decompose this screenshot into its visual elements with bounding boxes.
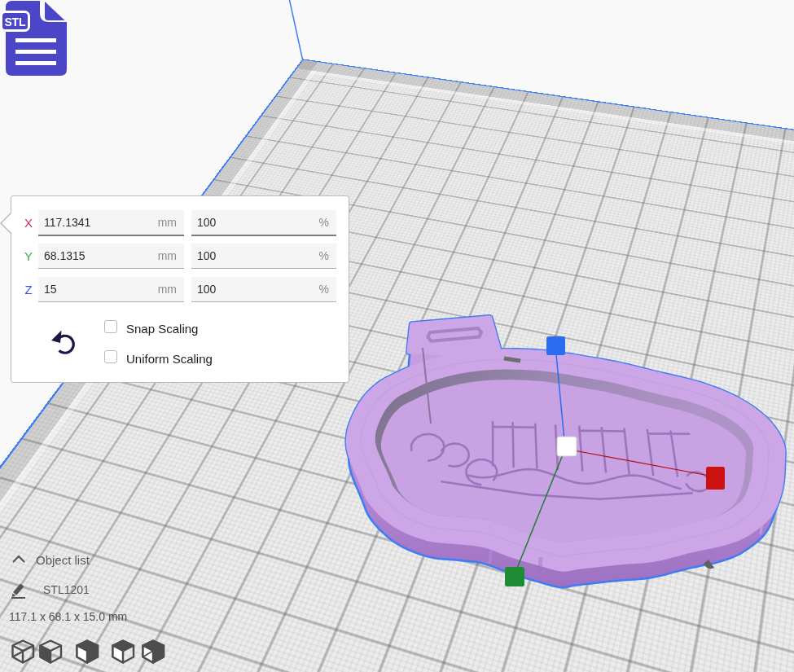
svg-text:STL: STL xyxy=(5,15,26,29)
